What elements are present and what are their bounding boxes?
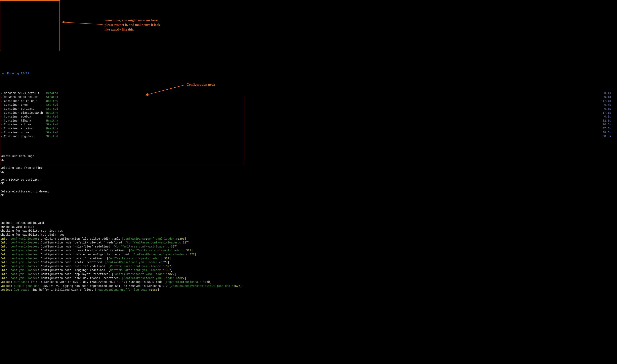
log-component: conf-yaml-loader <box>11 261 37 264</box>
service-status: Started <box>46 131 59 135</box>
log-lineno: 327 <box>190 253 195 256</box>
log-message: Configuration node 'classification-file'… <box>41 249 129 252</box>
log-lineno: 327 <box>169 273 174 276</box>
log-function: ConfYamlParse <box>131 249 152 252</box>
arrow-to-config <box>0 0 289 181</box>
service-name: Container cron <box>4 103 46 107</box>
service-name: Container nginx <box>4 131 46 135</box>
log-message: Including configuration file selks6-addi… <box>41 237 122 240</box>
log-message: Configuration node 'stats' redefined. <box>41 261 105 264</box>
log-file: conf-yaml-loader.c <box>147 277 178 280</box>
service-line: ✓Container arkimeStarted16.6s <box>0 123 617 127</box>
log-lineno: 327 <box>183 241 188 244</box>
log-file: conf-yaml-loader.c <box>151 241 181 244</box>
log-message: This is Suricata version 8.0.0-dev (55b9… <box>31 280 164 284</box>
log-line: Info: conf-yaml-loader: Configuration no… <box>0 249 617 253</box>
service-status: Started <box>46 135 59 139</box>
log-file: conf-yaml-loader.c <box>132 257 162 260</box>
service-line: ✓Container suricataStarted0.3s <box>0 107 617 111</box>
log-message: Ring buffer initialized with 0 files. <box>31 288 95 291</box>
check-icon: ✓ <box>1 115 4 119</box>
service-line: ✓Network selks_defaultCreated0.1s <box>0 91 617 95</box>
log-level: Info <box>0 265 7 268</box>
log-component: conf-yaml-loader <box>11 269 37 272</box>
check-icon: ✓ <box>1 99 4 103</box>
log-function: ConfYamlParse <box>124 277 145 280</box>
log-function: ConfYamlParse <box>107 261 129 264</box>
plain-line: Delete suricata logs: <box>0 154 617 158</box>
log-message: Configuration node 'detect' redefined. <box>41 257 107 260</box>
highlight-running-box <box>0 0 60 51</box>
plain-line <box>0 201 617 206</box>
plain-line: Deleting data from arkime <box>0 166 617 170</box>
plain-line <box>0 162 617 166</box>
log-file: conf-yaml-loader.c <box>134 265 164 268</box>
docker-running-header: [+] Running 12/12 <box>0 72 617 76</box>
log-message: Configuration node 'app-layer' redefined… <box>41 273 112 276</box>
log-message: Configuration node 'reference-config-fil… <box>41 253 132 256</box>
log-message: Configuration node 'rule-files' redefine… <box>41 245 114 248</box>
service-time: 38.5s <box>603 135 611 139</box>
service-line: ✓Network selks_networkCreated0.1s <box>0 95 617 99</box>
log-level: Notice <box>0 285 11 288</box>
service-name: Container arkime <box>4 123 46 127</box>
service-status: Healthy <box>46 111 59 115</box>
service-line: ✓Container sciriusHealthy37.8s <box>0 127 617 131</box>
log-line: Info: conf-yaml-loader: Configuration no… <box>0 257 617 261</box>
service-time: 0.3s <box>604 107 611 111</box>
arrow-to-running <box>0 0 289 181</box>
log-level: Info <box>0 241 7 244</box>
check-icon: ✓ <box>1 107 4 111</box>
log-component: conf-yaml-loader <box>11 277 37 280</box>
service-status: Healthy <box>46 119 59 123</box>
annotation-config-note: Configuration node <box>186 82 215 87</box>
log-message: Configuration node 'default-rule-path' r… <box>41 241 125 244</box>
check-icon: ✓ <box>1 111 4 115</box>
log-component: output-json-dns <box>14 285 39 288</box>
service-line: ✓Container kibanaHealthy32.1s <box>0 119 617 123</box>
docker-services-list: ✓Network selks_defaultCreated0.1s✓Networ… <box>0 91 617 139</box>
service-line: ✓Container selks-db-1Healthy17.1s <box>0 99 617 103</box>
log-level: Info <box>0 257 7 260</box>
log-component: conf-yaml-loader <box>11 265 37 268</box>
log-lineno: 327 <box>163 261 168 264</box>
service-status: Started <box>46 103 59 107</box>
log-lineno: 327 <box>166 269 171 272</box>
service-line: ✓Container eveboxStarted0.8s <box>0 115 617 119</box>
log-message: DNS EVE v2 logging has been deprecated a… <box>43 285 169 288</box>
log-component: conf-yaml-loader <box>11 249 37 252</box>
log-lineno: 327 <box>164 257 169 260</box>
log-function: LogVersion <box>166 280 183 284</box>
log-level: Info <box>0 253 7 256</box>
service-time: 17.1s <box>603 99 611 103</box>
service-line: ✓Container elasticsearchHealthy17.1s <box>0 111 617 115</box>
service-status: Created <box>46 91 59 95</box>
log-line: Info: conf-yaml-loader: Configuration no… <box>0 260 617 265</box>
log-line: Info: conf-yaml-loader: Including config… <box>0 237 617 241</box>
service-name: Container elasticsearch <box>4 111 46 115</box>
log-message: Configuration node 'asn1-max-frames' red… <box>41 277 122 280</box>
plain-line: OK <box>0 194 617 198</box>
log-message: Configuration node 'logging' redefined. <box>41 269 108 272</box>
terminal-output[interactable]: Sometimes, you might see error here, ple… <box>0 0 617 364</box>
log-file: conf-yaml-loader.c <box>154 249 184 252</box>
service-line: ✓Container nginxStarted38.5s <box>0 131 617 135</box>
service-time: 17.1s <box>603 111 611 115</box>
service-name: Network selks_default <box>4 91 46 95</box>
check-icon: ✓ <box>1 135 4 139</box>
log-file: conf-yaml-loader.c <box>139 245 169 248</box>
log-line: Notice: log-pcap: Ring buffer initialize… <box>0 288 617 292</box>
check-icon: ✓ <box>1 123 4 127</box>
plain-line: OK <box>0 158 617 162</box>
log-function: ConfYamlParse <box>124 237 145 240</box>
service-time: 0.1s <box>604 91 611 95</box>
plain-output-block: Delete suricata logs:OK Deleting data fr… <box>0 154 617 206</box>
plain-line <box>0 186 617 190</box>
log-function: JsonDnsCheckVersion <box>171 285 203 288</box>
log-file: conf-yaml-loader.c <box>134 269 164 272</box>
log-line: Info: conf-yaml-loader: Configuration no… <box>0 273 617 276</box>
log-function: ConfYamlParse <box>115 245 137 248</box>
log-function: PcapLogInitRingBuffer <box>97 288 132 291</box>
check-icon: ✓ <box>1 131 4 135</box>
service-time: 32.1s <box>603 119 611 123</box>
